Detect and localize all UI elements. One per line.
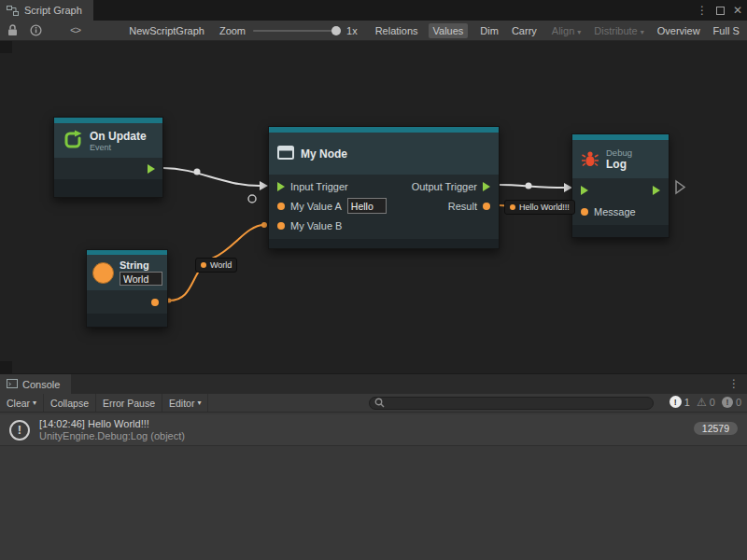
unity-editor-window: Script Graph ⋮ ✕ <> NewScriptGraph Zoom … (0, 0, 747, 560)
result-label: Result (448, 201, 477, 212)
node-title: Log (606, 158, 632, 171)
message-label: Message (594, 206, 636, 217)
search-icon (374, 398, 385, 410)
maximize-icon[interactable] (716, 7, 725, 15)
tab-script-graph[interactable]: Script Graph (0, 0, 93, 21)
output-trigger-label: Output Trigger (412, 181, 477, 192)
info-icon[interactable] (30, 24, 42, 36)
distribute-dropdown[interactable]: Distribute (589, 23, 648, 38)
values-button[interactable]: Values (429, 23, 469, 38)
node-string-literal[interactable]: String (86, 249, 168, 328)
input-trigger-port[interactable] (277, 182, 285, 191)
wire-value-badge-helloworld: Hello World!!! (504, 200, 575, 215)
output-trigger-port[interactable] (148, 164, 155, 174)
window-menu-icon[interactable]: ⋮ (697, 4, 708, 17)
node-footer (269, 239, 499, 248)
error-pause-button[interactable]: Error Pause (96, 394, 162, 412)
lock-icon[interactable] (7, 24, 18, 36)
console-toolbar: Clear Collapse Error Pause Editor ! 1 ⚠ … (0, 394, 747, 413)
console-search-input[interactable] (388, 399, 648, 409)
console-tab-strip: Console ⋮ (0, 374, 747, 394)
console-log-entry[interactable]: ! [14:02:46] Hello World!!! UnityEngine.… (0, 414, 747, 446)
node-title: String (120, 259, 162, 271)
wire-endpoint-dot (261, 222, 267, 228)
node-footer (87, 314, 167, 327)
node-my-node[interactable]: My Node Input Trigger Output Trigger (268, 126, 500, 249)
log-message-icon: ! (669, 396, 682, 408)
console-log-area (0, 447, 747, 560)
wire-arrowhead (260, 181, 268, 190)
wire-value-text: World (210, 260, 232, 270)
relations-button[interactable]: Relations (371, 23, 423, 38)
console-menu-icon[interactable]: ⋮ (728, 377, 740, 390)
wire-flow-mynode-to-debug[interactable] (500, 185, 564, 188)
string-literal-input[interactable] (120, 272, 162, 286)
zoom-slider[interactable] (253, 30, 339, 32)
error-icon (722, 397, 733, 408)
wire-value-text: Hello World!!! (519, 203, 570, 212)
console-panel: Console ⋮ Clear Collapse Error Pause Edi… (0, 373, 747, 560)
warning-count-toggle[interactable]: ⚠ 0 (697, 397, 715, 408)
close-icon[interactable]: ✕ (733, 4, 742, 17)
my-value-b-label: My Value B (290, 220, 342, 231)
my-value-a-input[interactable] (347, 198, 387, 214)
align-dropdown[interactable]: Align (547, 23, 585, 38)
edit-script-icon[interactable]: <> (70, 25, 80, 36)
zoom-label: Zoom (219, 25, 246, 36)
input-trigger-port[interactable] (581, 186, 588, 195)
my-value-a-label: My Value A (290, 201, 342, 212)
collapse-button[interactable]: Collapse (44, 394, 96, 412)
continue-arrow-icon (676, 181, 684, 193)
error-count-toggle[interactable]: 0 (722, 397, 741, 408)
carry-button[interactable]: Carry (507, 23, 542, 38)
my-value-a-port[interactable] (277, 203, 285, 210)
node-debug-log[interactable]: Debug Log Message (571, 133, 669, 238)
string-type-icon (92, 262, 114, 284)
input-trigger-label: Input Trigger (290, 181, 348, 192)
zoom-value: 1x (346, 25, 358, 36)
bug-icon (581, 149, 599, 170)
log-entry-stacktrace: UnityEngine.Debug:Log (object) (39, 430, 185, 441)
node-footer (54, 179, 162, 197)
value-dot-icon (510, 204, 515, 210)
wire-flow-onupdate-to-mynode[interactable] (163, 168, 260, 186)
wire-dot (526, 183, 532, 189)
node-on-update[interactable]: On Update Event (53, 117, 163, 198)
unit-node-icon (277, 146, 294, 161)
log-count-toggle[interactable]: ! 1 (669, 396, 690, 408)
script-graph-icon (7, 6, 19, 16)
unconnected-port-indicator (248, 195, 256, 203)
node-title: On Update (90, 130, 147, 143)
zoom-slider-thumb[interactable] (331, 26, 341, 35)
log-count: 1 (684, 397, 690, 408)
tab-console[interactable]: Console (0, 374, 71, 394)
graph-toolbar: <> NewScriptGraph Zoom 1x Relations Valu… (0, 21, 747, 41)
console-search-field[interactable] (369, 397, 654, 410)
output-trigger-port[interactable] (483, 182, 490, 191)
message-port[interactable] (581, 208, 588, 216)
result-port[interactable] (483, 203, 490, 210)
loop-event-icon (63, 130, 83, 152)
overview-button[interactable]: Overview (653, 23, 705, 38)
output-trigger-port[interactable] (653, 186, 660, 195)
error-count: 0 (736, 397, 741, 408)
dim-button[interactable]: Dim (475, 23, 503, 38)
clear-button[interactable]: Clear (0, 394, 44, 412)
node-subtitle: Event (90, 143, 147, 152)
log-entry-message: [14:02:46] Hello World!!! (39, 418, 185, 429)
my-value-b-port[interactable] (277, 222, 285, 230)
warning-count: 0 (710, 397, 715, 408)
string-output-port[interactable] (151, 299, 159, 306)
graph-name-label: NewScriptGraph (129, 25, 204, 36)
fullscreen-button[interactable]: Full S (709, 23, 744, 38)
console-tab-title: Console (22, 379, 60, 390)
window-tab-bar: Script Graph ⋮ ✕ (0, 0, 747, 21)
graph-canvas[interactable]: On Update Event My Node (0, 41, 747, 373)
node-category: Debug (606, 147, 632, 158)
node-footer (572, 225, 669, 237)
wire-dot (194, 169, 201, 175)
editor-dropdown[interactable]: Editor (162, 394, 208, 412)
console-icon (7, 379, 18, 390)
tab-title: Script Graph (24, 5, 82, 16)
warning-icon: ⚠ (697, 397, 707, 408)
